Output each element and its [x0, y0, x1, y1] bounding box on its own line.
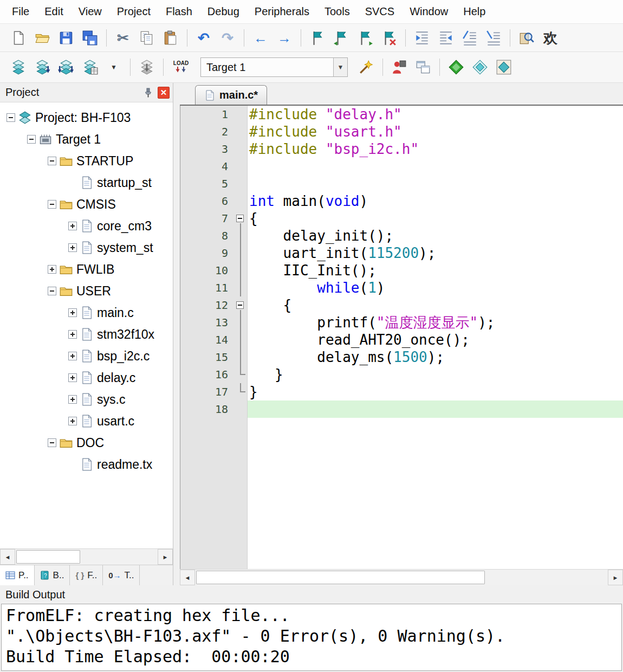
tab-books[interactable]: ?B.. [35, 565, 70, 585]
tree-item-sys-c[interactable]: sys.c [0, 389, 173, 410]
scroll-right-button[interactable]: ► [158, 549, 173, 565]
expand-icon[interactable] [68, 395, 77, 404]
paste-button[interactable] [159, 27, 183, 49]
menu-debug[interactable]: Debug [200, 5, 247, 18]
find-in-files-button[interactable] [515, 27, 538, 49]
navigate-back-button[interactable]: ← [249, 27, 272, 49]
menu-flash[interactable]: Flash [158, 5, 200, 18]
menu-svcs[interactable]: SVCS [358, 5, 402, 18]
collapse-icon[interactable] [48, 438, 56, 447]
tree-item-core-cm3[interactable]: core_cm3 [0, 215, 173, 237]
tree-item-startup[interactable]: STARTUP [0, 150, 173, 172]
code-area[interactable]: #include "delay.h"#include "usart.h"#inc… [248, 106, 623, 569]
expand-icon[interactable] [68, 243, 77, 252]
fold-toggle[interactable] [233, 210, 247, 227]
scrollbar-track[interactable] [15, 549, 158, 565]
code-line-17[interactable]: } [248, 383, 623, 400]
code-line-6[interactable]: int main(void) [248, 192, 623, 210]
expand-icon[interactable] [68, 222, 77, 230]
undo-button[interactable]: ↶ [192, 27, 216, 49]
code-line-9[interactable]: uart_init(115200); [248, 244, 623, 262]
next-bookmark-button[interactable] [353, 27, 377, 49]
target-select[interactable]: Target 1 ▼ [200, 57, 348, 77]
code-line-12[interactable]: { [248, 296, 623, 314]
code-line-15[interactable]: delay_ms(1500); [248, 348, 623, 366]
open-file-button[interactable] [30, 27, 54, 49]
indent-left-button[interactable] [434, 27, 458, 49]
tab-project[interactable]: P.. [0, 565, 35, 585]
tree-item-readme-tx[interactable]: readme.tx [0, 454, 173, 475]
save-all-button[interactable] [78, 27, 102, 49]
scroll-right-button[interactable]: ► [608, 570, 623, 585]
scroll-left-button[interactable]: ◄ [0, 549, 15, 565]
code-line-14[interactable]: read_AHT20_once(); [248, 331, 623, 348]
code-line-5[interactable] [248, 175, 623, 192]
expand-icon[interactable] [68, 373, 77, 382]
tab-main-c[interactable]: main.c* [195, 85, 267, 105]
code-line-11[interactable]: while(1) [248, 279, 623, 296]
expand-icon[interactable] [68, 308, 77, 317]
copy-button[interactable] [135, 27, 159, 49]
menu-window[interactable]: Window [402, 5, 456, 18]
code-line-1[interactable]: #include "delay.h" [248, 106, 623, 123]
uncomment-selection-button[interactable] [482, 27, 505, 49]
expand-icon[interactable] [68, 417, 77, 425]
previous-bookmark-button[interactable] [329, 27, 353, 49]
tree-item-startup-st[interactable]: startup_st [0, 172, 173, 193]
collapse-icon[interactable] [7, 113, 15, 122]
tree-item-bsp-i2c-c[interactable]: bsp_i2c.c [0, 345, 173, 367]
tree-item-usart-c[interactable]: usart.c [0, 410, 173, 432]
code-line-3[interactable]: #include "bsp_i2c.h" [248, 140, 623, 158]
scrollbar-thumb[interactable] [196, 571, 485, 584]
tree-item-doc[interactable]: DOC [0, 432, 173, 454]
scrollbar-track[interactable] [195, 570, 608, 585]
new-file-button[interactable] [7, 27, 30, 49]
manage-windows-button[interactable] [411, 56, 435, 79]
select-packs-button[interactable] [492, 56, 516, 79]
tree-item-user[interactable]: USER [0, 280, 173, 302]
collapse-icon[interactable] [48, 287, 56, 295]
redo-button[interactable]: ↷ [216, 27, 239, 49]
options-for-target-button[interactable] [354, 56, 378, 79]
navigate-forward-button[interactable]: → [272, 27, 296, 49]
menu-view[interactable]: View [71, 5, 109, 18]
menu-peripherals[interactable]: Peripherals [247, 5, 317, 18]
code-line-10[interactable]: IIC_Init(); [248, 262, 623, 279]
build-button[interactable] [30, 56, 54, 79]
clear-bookmarks-button[interactable] [377, 27, 401, 49]
tree-item-stm32f10x[interactable]: stm32f10x [0, 324, 173, 345]
insert-bookmark-button[interactable] [306, 27, 329, 49]
download-button[interactable] [135, 56, 159, 79]
close-panel-button[interactable]: ✕ [158, 87, 170, 99]
pin-icon[interactable] [142, 87, 153, 98]
code-line-8[interactable]: delay_init(); [248, 227, 623, 244]
menu-file[interactable]: File [4, 5, 37, 18]
tree-item-main-c[interactable]: main.c [0, 302, 173, 324]
cut-button[interactable]: ✂ [111, 27, 135, 49]
tree-item-fwlib[interactable]: FWLIB [0, 259, 173, 280]
fold-toggle[interactable] [233, 296, 247, 314]
batch-build-button[interactable] [78, 56, 102, 79]
expand-icon[interactable] [68, 330, 77, 339]
comment-selection-button[interactable] [458, 27, 482, 49]
indent-right-button[interactable] [410, 27, 434, 49]
save-button[interactable] [54, 27, 78, 49]
menu-tools[interactable]: Tools [317, 5, 358, 18]
scrollbar-thumb[interactable] [16, 550, 80, 564]
rebuild-all-button[interactable] [54, 56, 78, 79]
expand-icon[interactable] [68, 352, 77, 360]
collapse-icon[interactable] [27, 135, 36, 144]
code-line-18[interactable] [248, 400, 623, 418]
translate-button[interactable] [7, 56, 30, 79]
code-line-4[interactable] [248, 158, 623, 175]
scroll-left-button[interactable]: ◄ [180, 570, 195, 585]
tree-item-cmsis[interactable]: CMSIS [0, 193, 173, 215]
menu-help[interactable]: Help [456, 5, 493, 18]
collapse-icon[interactable] [48, 200, 56, 209]
pack-installer-button[interactable] [468, 56, 492, 79]
target-select-caret[interactable]: ▼ [333, 58, 347, 76]
tree-item-delay-c[interactable]: delay.c [0, 367, 173, 389]
code-line-2[interactable]: #include "usart.h" [248, 123, 623, 140]
tree-item-project-bh-f103[interactable]: Project: BH-F103 [0, 107, 173, 128]
tab-functions[interactable]: { }F.. [70, 565, 103, 585]
